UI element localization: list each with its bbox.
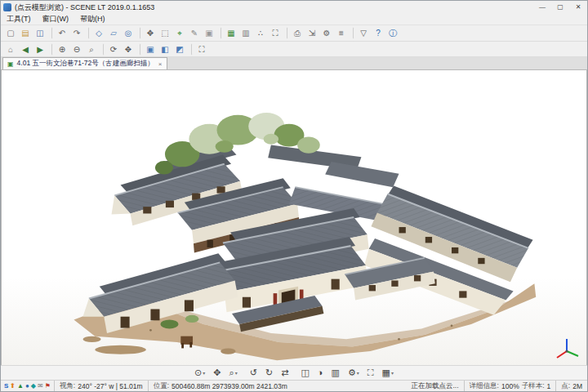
- screenshot-icon[interactable]: ⎙: [287, 27, 304, 39]
- minimize-button[interactable]: —: [533, 1, 551, 14]
- forward-icon[interactable]: ▶: [33, 43, 47, 56]
- view-toolbar: ⌂◀▶⊕⊖⌕⟳✥▣◧◩⛶: [1, 42, 587, 57]
- chevron-down-icon: ▾: [203, 370, 205, 376]
- zoom-mode-button[interactable]: ⌕▾: [225, 366, 242, 380]
- maximize-button[interactable]: ▢: [551, 1, 569, 14]
- column-view-button[interactable]: ▥: [327, 366, 343, 380]
- title-bar: (点云模型浏览) - SCENE LT 2019.0.1.1653 — ▢ ✕: [1, 1, 587, 14]
- help-icon[interactable]: ?: [372, 27, 385, 39]
- viewport[interactable]: [1, 70, 587, 365]
- view-top-icon[interactable]: ▣: [140, 43, 157, 56]
- measure-icon[interactable]: ⌖: [173, 27, 186, 39]
- point-size-icon[interactable]: ∴: [254, 27, 267, 39]
- node-icon[interactable]: ◆: [31, 381, 36, 391]
- menu-window[interactable]: 窗口(W): [37, 14, 75, 24]
- scene-logo[interactable]: S: [4, 381, 8, 391]
- filter-icon[interactable]: ▽: [353, 27, 370, 39]
- loading-status: 正在加载点云...: [406, 381, 463, 391]
- grid-options-button[interactable]: ▦▾: [377, 366, 397, 380]
- workspace-icon[interactable]: ▲: [17, 381, 24, 391]
- position-status: 位置: 500460.88m 2973939.00m 2421.03m: [148, 381, 292, 391]
- view-front-icon[interactable]: ◧: [158, 43, 172, 56]
- export-icon[interactable]: ⇲: [305, 27, 318, 39]
- app-icon: [3, 3, 11, 11]
- status-bar: S⬆▲●◆✉⚑ 视角: 240° -27° w | 51.01m 位置: 500…: [1, 380, 587, 391]
- select-mode-icon[interactable]: ⬚: [158, 27, 172, 39]
- application-window: (点云模型浏览) - SCENE LT 2019.0.1.1653 — ▢ ✕ …: [0, 0, 588, 392]
- clipping-box-icon[interactable]: ▣: [203, 27, 216, 39]
- redo-icon[interactable]: ↷: [70, 27, 83, 39]
- annotate-icon[interactable]: ✎: [188, 27, 201, 39]
- menu-help[interactable]: 帮助(H): [74, 14, 111, 24]
- split-view-button[interactable]: ◫: [296, 366, 313, 380]
- document-tabs: ▣ 4.01 五一街文治巷71-72号（古建画廊扫描） ×: [1, 57, 587, 70]
- zoom-window-icon[interactable]: ⌕: [85, 43, 98, 56]
- tab-label: 4.01 五一街文治巷71-72号（古建画廊扫描）: [17, 59, 154, 69]
- color-scan-icon[interactable]: ▦: [220, 27, 238, 39]
- home-view-icon[interactable]: ⌂: [4, 43, 17, 56]
- new-project-icon[interactable]: ▢: [4, 27, 17, 39]
- axis-gizmo[interactable]: [554, 335, 581, 363]
- layers-icon[interactable]: ≡: [335, 27, 348, 39]
- view-angle-status: 视角: 240° -27° w | 51.01m: [54, 381, 148, 391]
- zoom-out-icon[interactable]: ⊖: [70, 43, 83, 56]
- swap-view-button[interactable]: ⇄: [277, 366, 292, 380]
- open-project-icon[interactable]: ▤: [19, 27, 32, 39]
- scan-tab-icon: ▣: [7, 60, 14, 68]
- full-extent-icon[interactable]: ⛶: [191, 43, 208, 56]
- settings-icon[interactable]: ⚙: [320, 27, 333, 39]
- save-icon[interactable]: ◫: [33, 27, 47, 39]
- view-settings-button[interactable]: ⚙▾: [344, 366, 363, 380]
- color-mode-button[interactable]: ◑: [314, 366, 327, 380]
- navigation-toolbar: ⊙▾ ✥ ⌕▾ ↺ ↻ ⇄ ◫ ◑ ▥ ⚙▾ ⛶ ▦▾: [1, 365, 587, 380]
- update-icon[interactable]: ⬆: [10, 381, 16, 391]
- menu-bar: 工具(T)窗口(W)帮助(H): [1, 14, 587, 25]
- tab-scan-project[interactable]: ▣ 4.01 五一街文治巷71-72号（古建画廊扫描） ×: [2, 57, 167, 69]
- drag-mode-icon[interactable]: ✥: [140, 27, 157, 39]
- rotate-right-button[interactable]: ↻: [261, 366, 277, 380]
- main-toolbar: ▢▤◫↶↷◇▱◎✥⬚⌖✎▣▦▥∴⛶⎙⇲⚙≡▽?ⓘ: [1, 25, 587, 42]
- message-icon[interactable]: ✉: [38, 381, 43, 391]
- chevron-down-icon: ▾: [235, 370, 238, 376]
- window-title: (点云模型浏览) - SCENE LT 2019.0.1.1653: [15, 2, 533, 13]
- menu-tools[interactable]: 工具(T): [1, 14, 37, 24]
- rotate-left-button[interactable]: ↺: [246, 366, 261, 380]
- planar-view-icon[interactable]: ▱: [107, 27, 120, 39]
- view-iso-icon[interactable]: ◩: [173, 43, 186, 56]
- chevron-down-icon: ▾: [357, 370, 359, 376]
- point-cloud-model[interactable]: [19, 74, 568, 360]
- rotate-view-icon[interactable]: ⟳: [103, 43, 120, 56]
- fullscreen-button[interactable]: ⛶: [363, 366, 378, 380]
- record-icon[interactable]: ●: [25, 381, 29, 391]
- view-3d-icon[interactable]: ◇: [88, 27, 105, 39]
- zoom-in-icon[interactable]: ⊕: [51, 43, 69, 56]
- tab-close-icon[interactable]: ×: [158, 60, 163, 68]
- fit-view-icon[interactable]: ⛶: [269, 27, 282, 39]
- back-icon[interactable]: ◀: [19, 43, 32, 56]
- grayscale-icon[interactable]: ▥: [239, 27, 252, 39]
- pan-view-icon[interactable]: ✥: [122, 43, 135, 56]
- info-icon[interactable]: ⓘ: [386, 27, 399, 39]
- pan-mode-button[interactable]: ✥: [209, 366, 225, 380]
- quick-view-icon[interactable]: ◎: [122, 27, 135, 39]
- undo-icon[interactable]: ↶: [51, 27, 69, 39]
- chevron-down-icon: ▾: [391, 370, 394, 376]
- close-button[interactable]: ✕: [569, 1, 587, 14]
- orbit-mode-button[interactable]: ⊙▾: [190, 366, 209, 380]
- flag-icon[interactable]: ⚑: [45, 381, 51, 391]
- points-status: 点: 2M: [555, 381, 587, 391]
- detail-status: 详细信息: 100% 子样本: 1: [464, 381, 556, 391]
